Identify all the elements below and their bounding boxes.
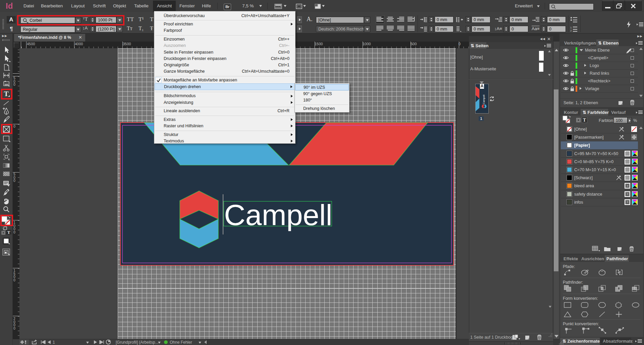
- svg-text:Campell: Campell: [482, 94, 485, 104]
- svg-text:1: 1: [570, 26, 572, 29]
- svg-text:Campell: Campell: [224, 198, 332, 231]
- svg-text:2: 2: [570, 29, 572, 32]
